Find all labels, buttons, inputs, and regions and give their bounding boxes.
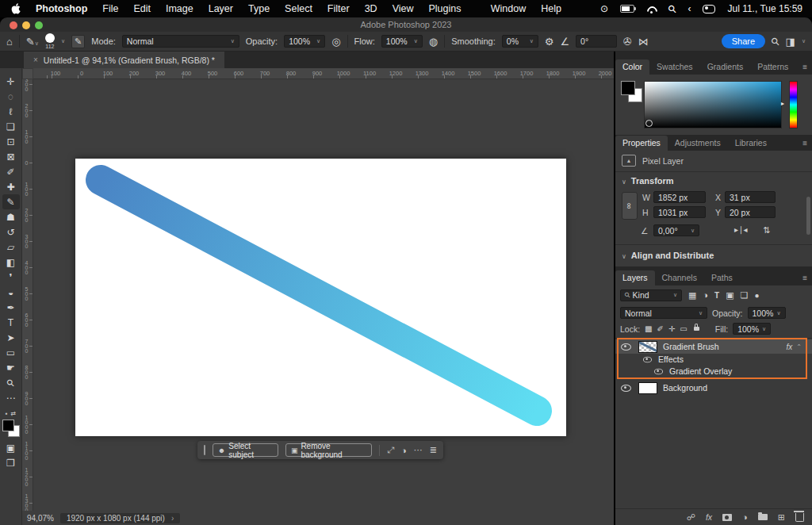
tab-color[interactable]: Color xyxy=(615,59,649,75)
color-picker-marker[interactable] xyxy=(645,120,653,127)
effects-label[interactable]: Effects xyxy=(658,354,684,364)
home-icon[interactable]: ⌂ xyxy=(6,36,13,48)
lock-transparency-icon[interactable]: ▩ xyxy=(645,324,652,333)
workspace-chevron-icon[interactable]: ∨ xyxy=(802,38,806,44)
menu-file[interactable]: File xyxy=(102,3,118,14)
close-tab-icon[interactable]: × xyxy=(33,56,38,64)
menu-image[interactable]: Image xyxy=(166,3,193,14)
apple-icon[interactable] xyxy=(11,3,21,14)
filter-toggle-icon[interactable]: ● xyxy=(754,291,759,300)
saturation-brightness-field[interactable] xyxy=(644,81,782,128)
layer-visibility-eye-icon[interactable] xyxy=(621,343,631,351)
chevron-left-icon[interactable]: ‹ xyxy=(688,3,691,14)
link-layers-icon[interactable]: ☍ xyxy=(687,512,695,523)
screen-mode-icon[interactable]: ❐ xyxy=(2,455,20,470)
menu-type[interactable]: Type xyxy=(248,3,270,14)
layer-effects-badge[interactable]: fx ⌃ xyxy=(787,343,802,351)
layer-filter-select[interactable]: ⚲ Kind∨ xyxy=(620,289,682,301)
fill-select[interactable]: 100%∨ xyxy=(733,323,771,335)
gradient-overlay-visibility-eye-icon[interactable] xyxy=(654,368,663,374)
lock-position-icon[interactable]: ✛ xyxy=(668,324,675,333)
share-button[interactable]: Share xyxy=(722,34,765,48)
brush-picker-chevron-icon[interactable]: ∨ xyxy=(61,38,65,44)
lock-pixels-icon[interactable]: ✐ xyxy=(657,324,664,333)
object-selection-tool[interactable]: ❏ xyxy=(2,119,20,134)
menu-view[interactable]: View xyxy=(393,3,414,14)
tab-swatches[interactable]: Swatches xyxy=(649,59,700,75)
height-field[interactable]: 1031 px xyxy=(653,206,706,218)
brush-size-preview[interactable]: 112 xyxy=(45,33,55,49)
remove-background-button[interactable]: ▣ Remove background xyxy=(285,443,373,457)
collapse-effects-chevron-icon[interactable]: ⌃ xyxy=(796,343,802,351)
tab-gradients[interactable]: Gradients xyxy=(700,59,751,75)
more-options-icon[interactable]: ⋯ xyxy=(414,445,423,455)
tab-patterns[interactable]: Patterns xyxy=(750,59,795,75)
filter-adjustment-icon[interactable]: ◑ xyxy=(703,290,708,300)
menu-select[interactable]: Select xyxy=(285,3,312,14)
new-group-icon[interactable] xyxy=(758,514,768,520)
y-field[interactable]: 20 px xyxy=(725,206,776,218)
transform-icon[interactable]: ⤢ xyxy=(387,445,394,455)
default-colors-icon[interactable]: ▪ xyxy=(6,410,8,417)
menu-layer[interactable]: Layer xyxy=(209,3,233,14)
paint-symmetry-icon[interactable]: ⋈ xyxy=(638,36,649,48)
layers-blend-mode-select[interactable]: Normal∨ xyxy=(620,307,707,319)
menu-photoshop[interactable]: Photoshop xyxy=(36,3,87,14)
menu-clock[interactable]: Jul 11., Tue 15:59 xyxy=(727,3,802,14)
brush-angle-field[interactable]: 0° xyxy=(576,35,617,48)
filter-shape-icon[interactable]: ▣ xyxy=(726,290,733,301)
zoom-level-value[interactable]: 94,07% xyxy=(27,514,54,523)
background-visibility-eye-icon[interactable] xyxy=(621,385,631,392)
frame-tool[interactable]: ⊠ xyxy=(2,149,20,164)
healing-brush-tool[interactable]: ✚ xyxy=(2,179,20,194)
dodge-tool[interactable]: ◒ xyxy=(2,285,20,300)
search-icon[interactable]: ⚲ xyxy=(768,34,782,48)
add-mask-icon[interactable] xyxy=(722,514,732,521)
flip-vertical-icon[interactable]: ⇅ xyxy=(763,225,769,236)
taskbar-properties-icon[interactable]: ≣ xyxy=(430,445,437,455)
brush-settings-panel-icon[interactable]: ✎ xyxy=(71,35,85,48)
hand-tool[interactable]: ☛ xyxy=(2,360,20,375)
vertical-ruler[interactable]: 3002001000100200300400500600700800900100… xyxy=(22,79,33,511)
effects-visibility-eye-icon[interactable] xyxy=(643,356,652,362)
window-title-bar[interactable]: Adobe Photoshop 2023 xyxy=(0,17,812,32)
color-panel-swatches[interactable] xyxy=(615,75,644,106)
swap-colors-icon[interactable]: ⇄ xyxy=(11,410,17,417)
spotlight-search-icon[interactable]: ⚲ xyxy=(665,2,679,15)
lock-all-icon[interactable] xyxy=(694,327,699,331)
menu-help[interactable]: Help xyxy=(541,3,561,14)
gradient-overlay-label[interactable]: Gradient Overlay xyxy=(669,366,732,376)
flow-select[interactable]: 100%∨ xyxy=(381,35,423,48)
airbrush-icon[interactable]: ◍ xyxy=(429,36,438,48)
menu-window[interactable]: Window xyxy=(491,3,526,14)
crop-tool[interactable]: ⊡ xyxy=(2,134,20,149)
select-subject-button[interactable]: ☻ Select subject xyxy=(213,443,278,457)
default-colors-swap-icons[interactable]: ▪⇄ xyxy=(6,410,17,417)
lock-artboard-icon[interactable]: ▭ xyxy=(680,324,687,333)
document-tab[interactable]: × Untitled-1 @ 94,1% (Gradient Brush, RG… xyxy=(24,52,224,68)
rotation-angle-field[interactable]: 0,00°∨ xyxy=(653,224,699,236)
create-mask-icon[interactable]: ◑ xyxy=(401,446,407,455)
tab-layers[interactable]: Layers xyxy=(615,270,655,285)
align-section-header[interactable]: ∨Align and Distribute xyxy=(622,251,714,260)
delete-layer-icon[interactable] xyxy=(795,513,804,522)
gradient-tool[interactable]: ◧ xyxy=(2,255,20,270)
zoom-tool[interactable]: ⚲ xyxy=(2,375,20,390)
move-tool[interactable]: ✛ xyxy=(2,74,20,89)
flip-horizontal-icon[interactable]: ▸❘◂ xyxy=(734,225,746,234)
foreground-color-swatch[interactable] xyxy=(2,420,14,431)
layer-style-fx-icon[interactable]: fx xyxy=(706,512,712,522)
layer-row-effects[interactable]: Effects xyxy=(615,354,812,365)
scrollbar-thumb[interactable] xyxy=(806,197,810,235)
width-field[interactable]: 1852 px xyxy=(653,191,706,203)
x-field[interactable]: 31 px xyxy=(725,191,776,203)
new-layer-icon[interactable]: ⊞ xyxy=(778,512,785,523)
taskbar-drag-handle[interactable] xyxy=(204,445,205,455)
path-selection-tool[interactable]: ➤ xyxy=(2,330,20,345)
eraser-tool[interactable]: ▱ xyxy=(2,240,20,255)
brush-tool-preset-icon[interactable]: ✎∨ xyxy=(26,36,39,48)
link-dimensions-button[interactable]: ∞ xyxy=(622,192,638,220)
panel-menu-icon[interactable]: ≡ xyxy=(802,63,807,71)
lasso-tool[interactable]: ℓ xyxy=(2,104,20,119)
layer-name[interactable]: Gradient Brush xyxy=(663,342,719,351)
